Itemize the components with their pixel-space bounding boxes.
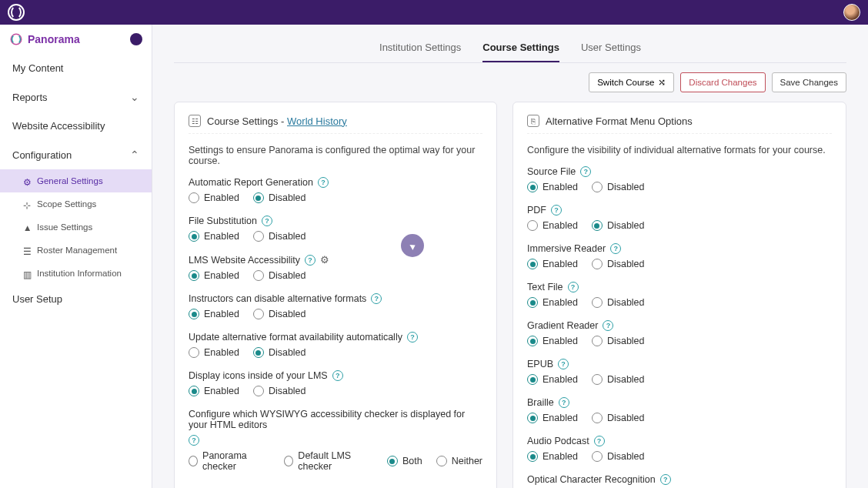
radio-option[interactable]: Disabled	[592, 259, 645, 269]
radio-option[interactable]: Enabled	[527, 336, 578, 346]
help-icon[interactable]: ?	[189, 435, 199, 446]
switch-course-button[interactable]: Switch Course ⤭	[589, 72, 674, 92]
brand-name: Panorama	[28, 33, 80, 45]
radio-option[interactable]: Enabled	[527, 297, 578, 308]
radio-label: Enabled	[542, 374, 578, 385]
sidebar-item-reports[interactable]: Reports ⌄	[0, 82, 152, 112]
sidebar-item-configuration[interactable]: Configuration ⌃	[0, 140, 152, 169]
course-link[interactable]: World History	[287, 115, 347, 127]
radio-group: EnabledDisabled	[527, 451, 832, 462]
help-icon[interactable]: ?	[660, 474, 671, 485]
field-label: Instructors can disable alternative form…	[189, 293, 482, 304]
field-label: Braille?	[527, 397, 832, 408]
radio-option[interactable]: Panorama checker	[189, 450, 270, 472]
collapse-sidebar-icon[interactable]	[130, 33, 142, 45]
radio-option[interactable]: Enabled	[527, 182, 578, 192]
help-icon[interactable]: ?	[262, 216, 272, 226]
format-field: PDF?EnabledDisabled	[527, 205, 832, 231]
radio-label: Default LMS checker	[298, 450, 373, 472]
radio-group: EnabledDisabled	[189, 192, 482, 203]
help-icon[interactable]: ?	[580, 166, 591, 177]
radio-icon	[189, 192, 199, 203]
radio-option[interactable]: Disabled	[592, 182, 645, 192]
help-icon[interactable]: ?	[610, 243, 621, 254]
tab-user-settings[interactable]: User Settings	[581, 34, 641, 62]
format-field: Audio Podcast?EnabledDisabled	[527, 436, 832, 462]
save-changes-button[interactable]: Save Changes	[772, 72, 846, 92]
field-label-text: LMS Website Accessibility	[189, 255, 300, 266]
help-icon[interactable]: ?	[407, 332, 418, 343]
radio-option[interactable]: Enabled	[527, 413, 578, 423]
sidebar-label: Configuration	[12, 149, 72, 161]
radio-option[interactable]: Disabled	[253, 386, 306, 396]
help-icon[interactable]: ?	[558, 359, 569, 369]
sidebar-sub-label: Roster Management	[37, 246, 117, 255]
radio-option[interactable]: Disabled	[253, 231, 306, 242]
help-icon[interactable]: ?	[559, 397, 569, 408]
user-avatar[interactable]	[843, 4, 860, 21]
radio-option[interactable]: Default LMS checker	[284, 450, 373, 472]
help-icon[interactable]: ?	[603, 320, 613, 331]
radio-option[interactable]: Enabled	[189, 192, 239, 203]
radio-label: Enabled	[542, 451, 578, 462]
discard-changes-button[interactable]: Discard Changes	[680, 72, 765, 92]
sidebar-sub-roster-management[interactable]: ☰ Roster Management	[0, 239, 152, 262]
radio-option[interactable]: Disabled	[253, 309, 306, 319]
radio-icon	[253, 347, 264, 358]
radio-option[interactable]: Enabled	[527, 451, 578, 462]
radio-option[interactable]: Disabled	[253, 347, 306, 358]
gear-icon[interactable]: ⚙	[320, 254, 329, 266]
radio-option[interactable]: Disabled	[592, 336, 645, 346]
sidebar-sub-scope-settings[interactable]: ⊹ Scope Settings	[0, 192, 152, 216]
radio-option[interactable]: Disabled	[592, 374, 645, 385]
field-label-text: Text File	[527, 282, 563, 292]
radio-option[interactable]: Disabled	[253, 192, 306, 203]
help-icon[interactable]: ?	[371, 293, 382, 304]
format-field: Text File?EnabledDisabled	[527, 282, 832, 308]
radio-option[interactable]: Disabled	[592, 451, 645, 462]
field-label: EPUB?	[527, 359, 832, 369]
radio-option[interactable]: Both	[387, 456, 422, 466]
radio-option[interactable]: Disabled	[592, 297, 645, 308]
sidebar-sub-institution-information[interactable]: ▥ Institution Information	[0, 262, 152, 285]
help-icon[interactable]: ?	[568, 282, 579, 292]
radio-label: Disabled	[269, 347, 306, 358]
field-label: Text File?	[527, 282, 832, 292]
sidebar-sub-general-settings[interactable]: ⚙ General Settings	[0, 169, 152, 192]
radio-label: Enabled	[542, 336, 578, 346]
radio-option[interactable]: Enabled	[189, 347, 239, 358]
help-icon[interactable]: ?	[594, 436, 605, 446]
radio-icon	[527, 451, 538, 462]
radio-icon	[253, 270, 264, 281]
radio-option[interactable]: Disabled	[253, 270, 306, 281]
radio-option[interactable]: Enabled	[527, 374, 578, 385]
panel-subtitle: Settings to ensure Panorama is configure…	[189, 145, 482, 166]
radio-label: Enabled	[542, 413, 578, 423]
sidebar-sub-label: General Settings	[37, 176, 103, 186]
sidebar-item-user-setup[interactable]: User Setup	[0, 285, 152, 313]
radio-option[interactable]: Enabled	[189, 231, 239, 242]
radio-icon	[592, 413, 603, 423]
help-icon[interactable]: ?	[551, 205, 562, 216]
radio-option[interactable]: Enabled	[527, 220, 578, 231]
help-icon[interactable]: ?	[318, 177, 329, 188]
radio-option[interactable]: Disabled	[592, 413, 645, 423]
radio-option[interactable]: Enabled	[189, 386, 239, 396]
radio-option[interactable]: Disabled	[592, 220, 645, 231]
radio-option[interactable]: Enabled	[189, 270, 239, 281]
radio-label: Enabled	[204, 270, 239, 281]
radio-option[interactable]: Enabled	[527, 259, 578, 269]
format-field: Immersive Reader?EnabledDisabled	[527, 243, 832, 269]
sidebar-item-website-accessibility[interactable]: Website Accessibility	[0, 112, 152, 140]
radio-icon	[189, 456, 198, 466]
radio-label: Enabled	[204, 192, 239, 203]
sidebar-sub-issue-settings[interactable]: ▲ Issue Settings	[0, 216, 152, 239]
help-icon[interactable]: ?	[305, 255, 315, 266]
tab-institution-settings[interactable]: Institution Settings	[379, 34, 461, 62]
sidebar-item-my-content[interactable]: My Content	[0, 54, 152, 82]
radio-option[interactable]: Neither	[436, 456, 482, 466]
tab-course-settings[interactable]: Course Settings	[482, 34, 559, 62]
radio-option[interactable]: Enabled	[189, 309, 239, 319]
action-buttons: Switch Course ⤭ Discard Changes Save Cha…	[174, 72, 846, 92]
help-icon[interactable]: ?	[332, 370, 343, 381]
